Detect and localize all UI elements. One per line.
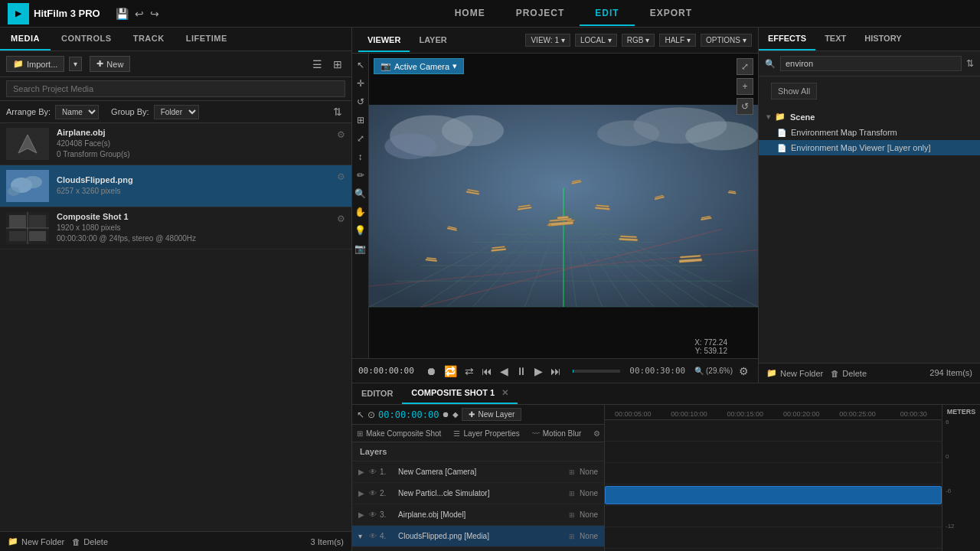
options-dropdown[interactable]: OPTIONS ▾ [701, 34, 752, 47]
tab-composite[interactable]: COMPOSITE SHOT 1 ✕ [402, 383, 518, 404]
layer2-vis-icon[interactable]: 👁 [369, 489, 377, 497]
tl-record-icon[interactable]: ⏺ [442, 410, 449, 419]
scene-parent-item[interactable]: ▾ 📁 Scene [759, 109, 980, 125]
timeline-home-icon[interactable]: ⊙ [368, 409, 375, 420]
nav-home[interactable]: HOME [439, 2, 501, 26]
timeline-tool-icon[interactable]: ↖ [357, 409, 364, 420]
group-by-select[interactable]: Folder [154, 105, 199, 119]
layer-row-airplane[interactable]: ▶ 👁 3. Airplane.obj [Model] ⊞ None [352, 504, 604, 526]
undo-icon[interactable]: ↩ [135, 8, 144, 20]
zoom-tool-left[interactable]: 🔍 [354, 187, 368, 201]
effects-search-input[interactable] [780, 56, 962, 71]
grid-view-icon[interactable]: ⊞ [330, 57, 345, 72]
search-input[interactable] [6, 80, 345, 97]
viewer-refresh-icon[interactable]: ↺ [737, 98, 753, 115]
save-icon[interactable]: 💾 [116, 8, 129, 20]
nav-export[interactable]: EXPORT [635, 2, 707, 26]
media-item-composite[interactable]: Composite Shot 1 1920 x 1080 pixels 00:0… [0, 207, 351, 249]
viewer-fit-icon[interactable]: ⤢ [737, 58, 753, 75]
local-dropdown[interactable]: LOCAL ▾ [575, 34, 617, 47]
list-view-icon[interactable]: ☰ [309, 57, 325, 72]
step-back-button[interactable]: ◀ [498, 364, 511, 379]
tab-effects[interactable]: EFFECTS [759, 28, 815, 51]
redo-icon[interactable]: ↪ [150, 8, 159, 20]
layer3-vis-icon[interactable]: 👁 [369, 510, 377, 519]
layer-row-clouds[interactable]: ▾ 👁 4. CloudsFlipped.png [Media] ⊞ None [352, 526, 604, 547]
clouds-gear-icon[interactable]: ⚙ [337, 171, 345, 182]
new-folder-button[interactable]: 📁 New Folder [8, 536, 64, 546]
tab-controls[interactable]: CONTROLS [51, 28, 122, 51]
clouds-track-clip[interactable] [605, 486, 942, 504]
tab-media[interactable]: MEDIA [0, 28, 51, 51]
tab-editor[interactable]: EDITOR [352, 384, 402, 404]
arrange-by-select[interactable]: Name [55, 105, 99, 119]
env-viewer-item[interactable]: 📄 Environment Map Viewer [Layer only] [759, 140, 980, 155]
view-dropdown[interactable]: VIEW: 1 ▾ [525, 34, 570, 47]
transform-tool[interactable]: ✛ [354, 77, 368, 90]
select-tool[interactable]: ↖ [354, 58, 368, 72]
layer3-num: 3. [380, 510, 394, 519]
delete-button[interactable]: 🗑 Delete [72, 537, 108, 546]
layer1-vis-icon[interactable]: 👁 [369, 468, 377, 476]
camera-tool-left[interactable]: 📷 [354, 242, 368, 256]
layer-properties-button[interactable]: Layer Properties [463, 429, 519, 438]
rotate-tool[interactable]: ↺ [354, 95, 368, 109]
show-all-button[interactable]: Show All [771, 83, 817, 99]
play-button[interactable]: ▶ [532, 364, 545, 379]
record-button[interactable]: ⏺ [423, 364, 439, 379]
half-dropdown[interactable]: HALF ▾ [659, 34, 696, 47]
env-transform-item[interactable]: 📄 Environment Map Transform [759, 125, 980, 140]
nav-project[interactable]: PROJECT [501, 2, 580, 26]
composite-gear-icon[interactable]: ⚙ [337, 214, 345, 224]
layer-row-particles[interactable]: ▶ 👁 2. New Particl...cle Simulator] ⊞ No… [352, 483, 604, 504]
layer2-expand-icon[interactable]: ▶ [358, 489, 366, 497]
env-viewer-label: Environment Map Viewer [Layer only] [791, 143, 931, 152]
rgb-dropdown[interactable]: RGB ▾ [622, 34, 655, 47]
pen-tool[interactable]: ✏ [354, 168, 368, 182]
viewer-plus-icon[interactable]: + [737, 78, 753, 95]
loop-button[interactable]: 🔁 [442, 364, 459, 379]
tab-track[interactable]: TRACK [122, 28, 175, 51]
tab-layer[interactable]: LAYER [410, 29, 456, 52]
new-layer-button[interactable]: ✚ New Layer [462, 408, 521, 421]
effects-delete-button[interactable]: 🗑 Delete [831, 368, 867, 378]
move-tool[interactable]: ⤢ [354, 132, 368, 145]
effects-new-folder-button[interactable]: 📁 New Folder [766, 368, 823, 378]
import-button[interactable]: 📁 Import... [6, 56, 64, 72]
sort-icon[interactable]: ⇅ [330, 104, 345, 119]
pause-button[interactable]: ⏸ [514, 364, 529, 379]
active-camera-dropdown[interactable]: 📷 Active Camera ▾ [374, 58, 464, 74]
media-item-clouds[interactable]: CloudsFlipped.png 6257 x 3260 pixels ⚙ [0, 165, 351, 207]
tab-history[interactable]: HISTORY [855, 28, 910, 51]
media-item-airplane[interactable]: Airplane.obj 420408 Face(s) 0 Transform … [0, 123, 351, 165]
tab-viewer[interactable]: VIEWER [358, 29, 410, 52]
bounce-button[interactable]: ⇄ [462, 364, 476, 379]
tab-lifetime[interactable]: LIFETIME [175, 28, 238, 51]
composite-tab-close-icon[interactable]: ✕ [501, 388, 508, 397]
viewer-settings-icon[interactable]: ⚙ [736, 364, 752, 379]
layer1-expand-icon[interactable]: ▶ [358, 468, 366, 476]
effects-sort-icon[interactable]: ⇅ [966, 58, 974, 69]
next-frame-button[interactable]: ⏭ [548, 364, 564, 379]
import-chevron[interactable]: ▾ [69, 57, 82, 71]
layer-row-camera[interactable]: ▶ 👁 1. New Camera [Camera] ⊞ None [352, 461, 604, 483]
new-button[interactable]: ✚ New [90, 56, 130, 72]
pan-tool[interactable]: ✋ [354, 205, 368, 219]
tab-text[interactable]: TEXT [815, 28, 855, 51]
timeline-progress-bar[interactable] [573, 370, 620, 373]
svg-rect-7 [29, 215, 46, 228]
layer4-vis-icon[interactable]: 👁 [369, 532, 377, 540]
scale-tool[interactable]: ↕ [354, 150, 368, 164]
layer4-expand-icon[interactable]: ▾ [358, 532, 366, 540]
grid-tool[interactable]: ⊞ [354, 113, 368, 127]
layer3-expand-icon[interactable]: ▶ [358, 510, 366, 519]
tl-keyframe-icon[interactable]: ◆ [452, 410, 459, 419]
timeline-settings-button[interactable]: Settings [603, 429, 604, 438]
motion-blur-button[interactable]: Motion Blur [543, 429, 582, 438]
masks-sub-item[interactable]: ▶ Masks [352, 547, 604, 551]
nav-edit[interactable]: EDIT [580, 2, 634, 26]
prev-frame-button[interactable]: ⏮ [479, 364, 495, 379]
make-composite-button[interactable]: Make Composite Shot [366, 429, 441, 438]
airplane-gear-icon[interactable]: ⚙ [337, 129, 345, 140]
light-tool[interactable]: 💡 [354, 223, 368, 237]
